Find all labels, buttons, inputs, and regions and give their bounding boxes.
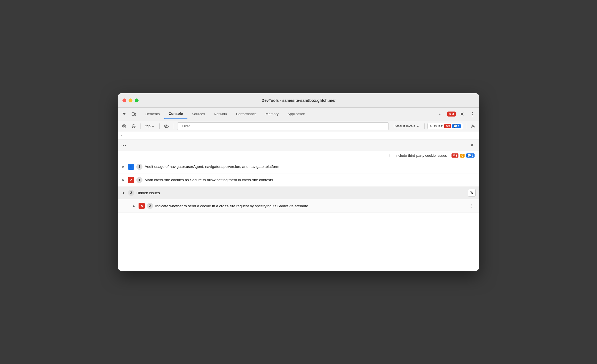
hidden-issues-label: Hidden issues: [136, 191, 466, 195]
toolbar-divider-3: [173, 123, 173, 129]
tp-warning-badge: 0: [460, 154, 465, 158]
toolbar: top Default levels 4 Issues: ✕: [118, 120, 479, 132]
svg-rect-1: [135, 113, 136, 115]
tp-error-badge: ✕ 3: [451, 153, 458, 158]
toolbar-divider-2: [159, 123, 160, 129]
device-icon[interactable]: [130, 110, 138, 118]
tab-console[interactable]: Console: [164, 109, 187, 119]
console-area: › ⋮ ✕ Include third-party cookie issues …: [118, 132, 479, 271]
close-panel-button[interactable]: ✕: [468, 141, 476, 149]
third-party-badges: ✕ 3 0 💬 1: [451, 153, 475, 158]
inspect-icon[interactable]: [120, 110, 129, 118]
sub-expand-icon[interactable]: ▶: [132, 204, 136, 208]
tab-bar-icons: [120, 110, 138, 118]
sub-error-icon: ✕: [139, 203, 145, 209]
error-x-icon: [449, 112, 451, 116]
minimize-button[interactable]: [129, 98, 132, 102]
prompt-chevron: ›: [121, 134, 122, 138]
error-icon: ✕: [128, 177, 134, 183]
settings-icon[interactable]: [458, 110, 466, 118]
svg-rect-0: [132, 113, 134, 115]
count-badge-2: 1: [136, 177, 142, 183]
third-party-row: Include third-party cookie issues ✕ 3 0 …: [118, 151, 479, 160]
sub-issue-text: Indicate whether to send a cookie in a c…: [155, 204, 466, 208]
tab-memory[interactable]: Memory: [261, 109, 283, 119]
sub-issue-row[interactable]: ▶ ✕ 2 Indicate whether to send a cookie …: [118, 199, 479, 213]
issues-info-badge: 💬 1: [452, 124, 461, 128]
tab-bar-right: » 3 ⋮: [434, 109, 477, 119]
toolbar-divider-5: [466, 123, 466, 129]
tab-sources[interactable]: Sources: [187, 109, 210, 119]
issues-panel-header: ⋮ ✕: [118, 140, 479, 151]
sub-issue-menu-icon[interactable]: ⋮: [468, 202, 476, 210]
svg-point-2: [461, 113, 463, 115]
issue-row-cookies[interactable]: ▶ ✕ 1 Mark cross-site cookies as Secure …: [118, 173, 479, 187]
issues-count-badge[interactable]: 4 Issues: ✕ 3 💬 1: [427, 123, 463, 129]
third-party-label[interactable]: Include third-party cookie issues: [395, 153, 447, 158]
panel-menu-icon[interactable]: ⋮: [121, 143, 126, 148]
toolbar-divider: [140, 123, 141, 129]
tab-network[interactable]: Network: [209, 109, 232, 119]
filter-area[interactable]: [177, 122, 389, 130]
tp-info-badge: 💬 1: [466, 153, 475, 158]
more-tabs-button[interactable]: »: [434, 109, 445, 119]
clear-console-icon[interactable]: [120, 122, 128, 130]
traffic-lights: [122, 98, 139, 102]
more-options-icon[interactable]: ⋮: [468, 110, 477, 118]
issue-row-audit[interactable]: ▶ i 1 Audit usage of navigator.userAgent…: [118, 160, 479, 173]
block-icon[interactable]: [130, 122, 137, 130]
svg-point-6: [166, 125, 167, 127]
window-title: DevTools - samesite-sandbox.glitch.me/: [262, 98, 335, 103]
hidden-issues-row[interactable]: ▼ 2 Hidden issues ↻: [118, 187, 479, 199]
default-levels-selector[interactable]: Default levels: [392, 123, 422, 129]
issue-text-2: Mark cross-site cookies as Secure to all…: [145, 178, 476, 182]
collapse-icon[interactable]: ▼: [121, 191, 126, 195]
tab-bar: Elements Console Sources Network Perform…: [118, 108, 479, 120]
eye-icon[interactable]: [162, 122, 170, 130]
issues-error-badge: ✕ 3: [444, 124, 451, 128]
console-prompt: ›: [118, 132, 479, 140]
tab-application[interactable]: Application: [283, 109, 310, 119]
close-button[interactable]: [122, 98, 126, 102]
expand-icon[interactable]: ▶: [121, 165, 126, 169]
devtools-window: DevTools - samesite-sandbox.glitch.me/ E…: [118, 93, 479, 271]
tab-elements[interactable]: Elements: [140, 109, 164, 119]
context-selector[interactable]: top: [143, 123, 157, 129]
error-badge[interactable]: 3: [447, 112, 456, 117]
title-bar: DevTools - samesite-sandbox.glitch.me/: [118, 93, 479, 108]
maximize-button[interactable]: [135, 98, 139, 102]
issue-text-1: Audit usage of navigator.userAgent, navi…: [145, 165, 476, 169]
tab-performance[interactable]: Performance: [232, 109, 261, 119]
info-icon: i: [128, 164, 134, 170]
third-party-checkbox[interactable]: [390, 154, 393, 157]
settings-toolbar-icon[interactable]: [469, 122, 477, 130]
filter-input[interactable]: [180, 122, 386, 130]
toolbar-divider-4: [424, 123, 425, 129]
hidden-count-badge: 2: [128, 190, 134, 196]
svg-point-7: [472, 125, 474, 127]
sub-count-badge: 2: [147, 203, 153, 209]
refresh-button[interactable]: ↻: [468, 189, 476, 197]
expand-icon-2[interactable]: ▶: [121, 178, 126, 182]
count-badge-1: 1: [136, 164, 142, 170]
